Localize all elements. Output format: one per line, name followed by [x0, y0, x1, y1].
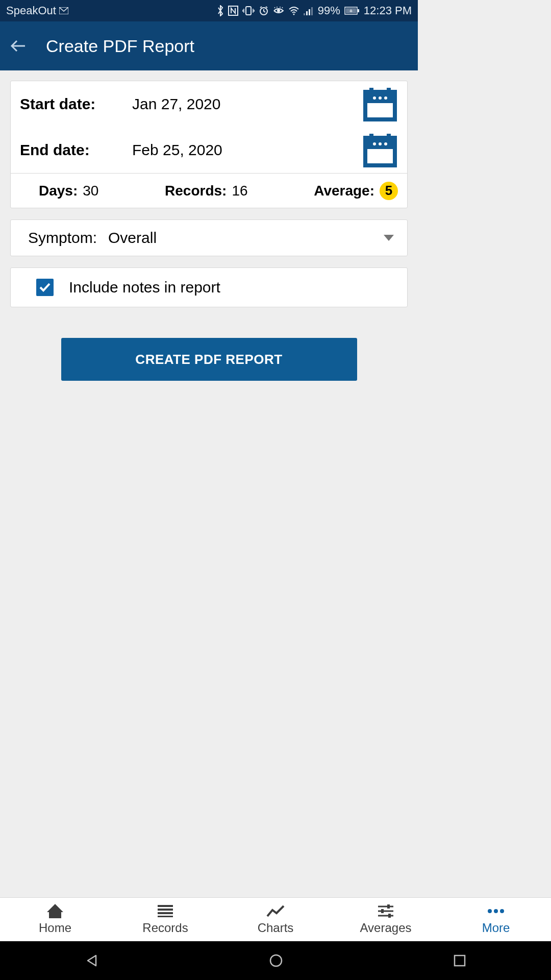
- eye-icon: [273, 7, 284, 15]
- wifi-icon: [288, 6, 299, 15]
- svg-rect-12: [358, 9, 359, 12]
- app-bar: Create PDF Report: [0, 21, 418, 70]
- svg-text:+: +: [349, 8, 353, 14]
- vibrate-icon: [242, 6, 255, 16]
- start-date-value: Jan 27, 2020: [132, 95, 362, 113]
- symptom-card[interactable]: Symptom: Overall: [10, 219, 408, 256]
- signal-icon: [304, 6, 314, 15]
- alarm-icon: [259, 6, 269, 16]
- records-label: Records:: [165, 183, 227, 199]
- chevron-down-icon: [384, 235, 394, 241]
- bluetooth-icon: [217, 5, 224, 16]
- include-notes-card[interactable]: Include notes in report: [10, 267, 408, 307]
- battery-percent: 99%: [318, 4, 340, 17]
- battery-icon: +: [344, 7, 360, 15]
- content-area: Start date: Jan 27, 2020 End date: Feb 2…: [0, 70, 418, 391]
- svg-rect-6: [304, 13, 305, 15]
- average-label: Average:: [314, 183, 374, 199]
- include-notes-checkbox[interactable]: [36, 279, 54, 296]
- end-date-value: Feb 25, 2020: [132, 141, 362, 159]
- date-range-card: Start date: Jan 27, 2020 End date: Feb 2…: [10, 81, 408, 208]
- svg-rect-7: [306, 11, 308, 15]
- status-bar: SpeakOut 99% + 12:23 PM: [0, 0, 418, 21]
- carrier-label: SpeakOut: [6, 4, 56, 17]
- start-date-label: Start date:: [20, 95, 132, 113]
- calendar-icon[interactable]: [362, 132, 398, 168]
- svg-point-27: [384, 142, 387, 145]
- svg-point-5: [293, 14, 294, 15]
- svg-point-18: [373, 96, 376, 100]
- days-label: Days:: [39, 183, 78, 199]
- svg-rect-8: [309, 9, 310, 15]
- calendar-icon[interactable]: [362, 86, 398, 122]
- svg-point-26: [379, 142, 382, 145]
- svg-point-19: [379, 96, 382, 100]
- svg-point-25: [373, 142, 376, 145]
- svg-point-20: [384, 96, 387, 100]
- start-date-row[interactable]: Start date: Jan 27, 2020: [11, 81, 407, 127]
- svg-rect-9: [311, 7, 313, 15]
- days-value: 30: [83, 183, 98, 199]
- nfc-icon: [228, 6, 238, 16]
- include-notes-label: Include notes in report: [69, 279, 220, 296]
- create-pdf-button[interactable]: CREATE PDF REPORT: [61, 338, 357, 381]
- symptom-value: Overall: [108, 229, 384, 247]
- records-value: 16: [232, 183, 247, 199]
- back-button[interactable]: [6, 34, 31, 58]
- svg-rect-2: [246, 7, 251, 15]
- status-time: 12:23 PM: [364, 4, 412, 17]
- end-date-row[interactable]: End date: Feb 25, 2020: [11, 127, 407, 173]
- average-badge: 5: [380, 182, 398, 200]
- voicemail-icon: [59, 7, 68, 14]
- svg-point-4: [277, 9, 280, 12]
- symptom-label: Symptom:: [28, 229, 97, 247]
- end-date-label: End date:: [20, 141, 132, 159]
- stats-row: Days: 30 Records: 16 Average: 5: [11, 173, 407, 208]
- page-title: Create PDF Report: [46, 36, 194, 56]
